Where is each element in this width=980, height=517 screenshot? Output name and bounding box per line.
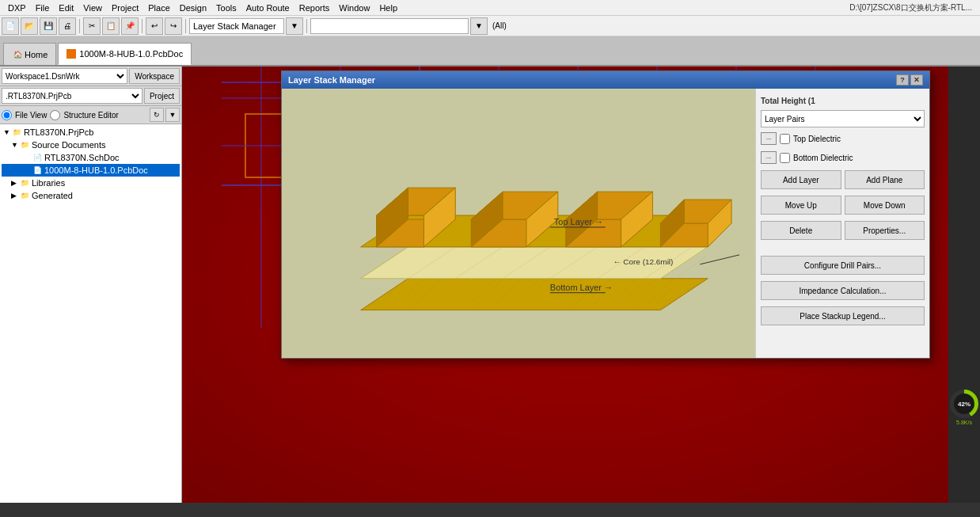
tree-root[interactable]: ▼ 📁 RTL8370N.PrjPcb xyxy=(2,126,180,139)
place-stackup-button[interactable]: Place Stackup Legend... xyxy=(761,306,925,325)
configure-drill-button[interactable]: Configure Drill Pairs... xyxy=(761,256,925,275)
workspace-dropdown[interactable]: Workspace1.DsnWrk xyxy=(2,68,127,84)
impedance-button[interactable]: Impedance Calculation... xyxy=(761,281,925,300)
move-buttons-row: Move Up Move Down xyxy=(761,196,925,215)
toolbar-print[interactable]: 🖨 xyxy=(59,17,76,35)
sch-file-icon: 📄 xyxy=(32,152,43,163)
sidebar-top2: .RTL8370N.PrjPcb Project xyxy=(0,86,181,106)
dialog-right-panel: Total Height (1 Layer Pairs ··· Top Diel… xyxy=(755,89,929,358)
root-label: RTL8370N.PrjPcb xyxy=(24,127,93,137)
percent-circle: 42% xyxy=(950,390,978,418)
menu-view[interactable]: View xyxy=(78,2,107,14)
options-btn[interactable]: ▼ xyxy=(165,108,180,122)
top-dielectric-checkbox[interactable] xyxy=(780,134,790,144)
libraries-label: Libraries xyxy=(32,178,65,188)
layer-stack-dialog: Layer Stack Manager ? ✕ xyxy=(281,70,930,359)
menu-bar: DXP File Edit View Project Place Design … xyxy=(0,0,980,16)
root-arrow: ▼ xyxy=(3,128,11,136)
file-view-label: File View xyxy=(15,111,47,120)
add-layer-button[interactable]: Add Layer xyxy=(761,170,841,189)
menu-reports[interactable]: Reports xyxy=(294,2,335,14)
tree-schdoc[interactable]: 📄 RTL8370N.SchDoc xyxy=(2,151,180,164)
top-dielectric-dots-btn[interactable]: ··· xyxy=(761,132,777,145)
structure-editor-radio[interactable] xyxy=(50,110,60,120)
bottom-dielectric-checkbox[interactable] xyxy=(780,153,790,163)
toolbar-dropdown[interactable]: ▼ xyxy=(286,17,303,35)
lib-arrow: ▶ xyxy=(11,179,19,187)
refresh-btn[interactable]: ↻ xyxy=(150,108,164,122)
structure-editor-label: Structure Editor xyxy=(63,111,118,120)
menu-help[interactable]: Help xyxy=(374,2,402,14)
gen-folder-icon: 📁 xyxy=(19,190,30,201)
gen-arrow: ▶ xyxy=(11,192,19,200)
toolbar-cut[interactable]: ✂ xyxy=(83,17,101,35)
workspace-button[interactable]: Workspace xyxy=(129,68,180,84)
menu-edit[interactable]: Edit xyxy=(54,2,78,14)
menu-design[interactable]: Design xyxy=(175,2,211,14)
tree-source-documents[interactable]: ▼ 📁 Source Documents xyxy=(2,139,180,151)
project-dropdown[interactable]: .RTL8370N.PrjPcb xyxy=(2,88,142,104)
dialog-title-bar: Layer Stack Manager ? ✕ xyxy=(282,71,929,89)
sep4 xyxy=(306,19,307,33)
toolbar-filter-dropdown[interactable]: ▼ xyxy=(470,17,488,35)
toolbar-copy[interactable]: 📋 xyxy=(102,17,120,35)
source-documents-label: Source Documents xyxy=(32,140,106,150)
toolbar-paste[interactable]: 📌 xyxy=(121,17,139,35)
schdoc-label: RTL8370N.SchDoc xyxy=(44,153,120,162)
main-layout: Workspace1.DsnWrk Workspace .RTL8370N.Pr… xyxy=(0,67,980,503)
move-up-button[interactable]: Move Up xyxy=(761,196,841,215)
tree-pcbdoc[interactable]: 📄 1000M-8-HUB-1.0.PcbDoc xyxy=(2,164,180,177)
title-path: D:\[07]ZSCX\8口交换机方案-RTL... xyxy=(849,2,977,13)
percent-value: 42% xyxy=(954,393,974,414)
generated-label: Generated xyxy=(32,191,73,200)
total-height-text: Total Height (1 xyxy=(761,97,925,105)
home-icon: 🏠 xyxy=(12,49,23,60)
move-down-button[interactable]: Move Down xyxy=(845,196,925,215)
dialog-title-buttons: ? ✕ xyxy=(896,74,923,86)
file-view-radio[interactable] xyxy=(2,110,12,120)
dialog-title-text: Layer Stack Manager xyxy=(288,75,375,85)
layer-pairs-dropdown[interactable]: Layer Pairs xyxy=(761,110,925,127)
properties-button[interactable]: Properties... xyxy=(845,221,925,240)
toolbar-redo[interactable]: ↪ xyxy=(165,17,182,35)
delete-button[interactable]: Delete xyxy=(761,221,841,240)
toolbar-open[interactable]: 📂 xyxy=(21,17,38,35)
menu-tools[interactable]: Tools xyxy=(211,2,241,14)
dialog-body: Top Layer → Bottom Layer → ← Core (12.6m… xyxy=(282,89,929,358)
toolbar-save[interactable]: 💾 xyxy=(40,17,57,35)
pcb-tab-icon xyxy=(66,49,76,59)
menu-project[interactable]: Project xyxy=(107,2,143,14)
project-button[interactable]: Project xyxy=(144,88,180,104)
menu-dxp[interactable]: DXP xyxy=(3,2,31,14)
save-state-input[interactable] xyxy=(189,18,284,34)
menu-autoroute[interactable]: Auto Route xyxy=(241,2,294,14)
source-folder-icon: 📁 xyxy=(19,139,30,150)
sidebar: Workspace1.DsnWrk Workspace .RTL8370N.Pr… xyxy=(0,67,182,503)
pcb-file-icon: 📄 xyxy=(32,165,43,176)
pcbdoc-label: 1000M-8-HUB-1.0.PcbDoc xyxy=(44,165,148,175)
tab-pcbdoc[interactable]: 1000M-8-HUB-1.0.PcbDoc xyxy=(58,43,192,65)
tab-pcbdoc-label: 1000M-8-HUB-1.0.PcbDoc xyxy=(79,49,183,59)
menu-window[interactable]: Window xyxy=(334,2,374,14)
add-plane-button[interactable]: Add Plane xyxy=(845,170,925,189)
top-dielectric-row: ··· Top Dielectric xyxy=(761,132,925,145)
dialog-help-btn[interactable]: ? xyxy=(896,74,909,86)
tree-libraries[interactable]: ▶ 📁 Libraries xyxy=(2,177,180,189)
source-arrow: ▼ xyxy=(11,141,19,149)
content-area: Layer Stack Manager ? ✕ xyxy=(182,67,980,503)
pcb-arrow xyxy=(24,166,32,174)
dialog-close-btn[interactable]: ✕ xyxy=(910,74,923,86)
svg-marker-24 xyxy=(361,279,708,310)
bottom-dielectric-row: ··· Bottom Dielectric xyxy=(761,151,925,164)
tree-generated[interactable]: ▶ 📁 Generated xyxy=(2,189,180,202)
all-label: (All) xyxy=(489,21,510,30)
filter-input[interactable] xyxy=(310,18,469,34)
toolbar-undo[interactable]: ↩ xyxy=(146,17,163,35)
menu-place[interactable]: Place xyxy=(143,2,175,14)
sep3 xyxy=(185,19,186,33)
menu-file[interactable]: File xyxy=(31,2,55,14)
bottom-dielectric-dots-btn[interactable]: ··· xyxy=(761,151,777,164)
toolbar-new[interactable]: 📄 xyxy=(2,17,19,35)
tab-home[interactable]: 🏠 Home xyxy=(3,43,56,65)
sep1 xyxy=(79,19,80,33)
